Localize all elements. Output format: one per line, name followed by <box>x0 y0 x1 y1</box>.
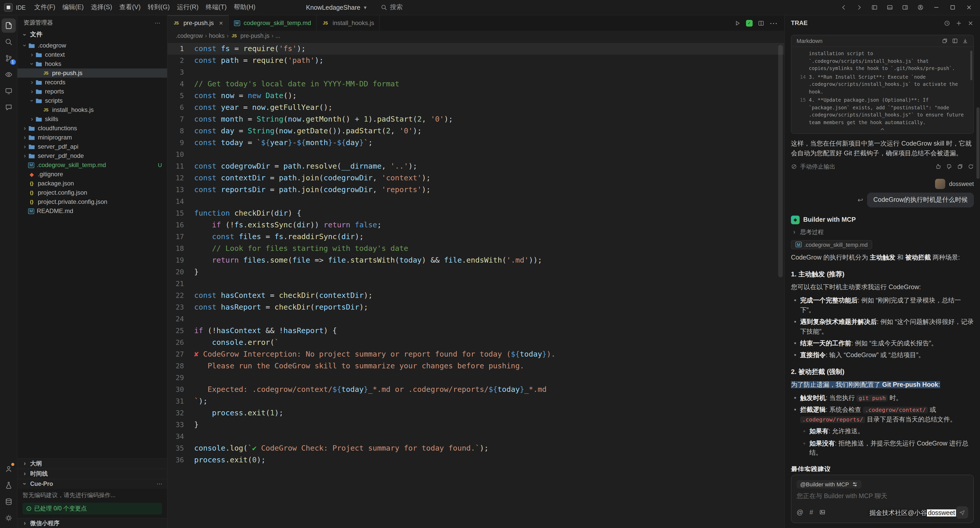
close-panel-icon[interactable] <box>967 20 974 26</box>
workspace-root[interactable]: › 文件 <box>18 29 167 41</box>
code-line[interactable]: 13const reportsDir = path.join(codegrowD… <box>168 184 784 196</box>
code-line[interactable]: 15function checkDir(dir) { <box>168 207 784 219</box>
send-button[interactable] <box>956 506 968 518</box>
ai-comment-icon[interactable]: ✓ <box>746 20 752 26</box>
toggle-left-sidebar-icon[interactable] <box>868 2 881 13</box>
code-line[interactable]: 3 <box>168 67 784 78</box>
code-line[interactable]: 25if (!hasContext && !hasReport) { <box>168 325 784 337</box>
code-line[interactable]: 6const year = now.getFullYear(); <box>168 102 784 113</box>
code-line[interactable]: 30 Expected: .codegrow/context/${today}_… <box>168 384 784 395</box>
thinking-process-toggle[interactable]: › 思考过程 <box>791 228 974 236</box>
more-actions-icon[interactable]: ⋯ <box>770 18 778 28</box>
explorer-icon[interactable] <box>1 18 16 33</box>
timeline-section[interactable]: › 时间线 <box>18 468 167 479</box>
menu-item-0[interactable]: 文件(F) <box>31 2 59 13</box>
menu-item-6[interactable]: 终端(T) <box>202 2 230 13</box>
tab-codegrow_skill_temp.md[interactable]: Mcodegrow_skill_temp.md <box>229 15 317 31</box>
app-logo-icon[interactable] <box>4 3 13 12</box>
code-line[interactable]: 23const hasReport = checkDir(reportsDir)… <box>168 301 784 313</box>
code-line[interactable]: 5const now = new Date(); <box>168 90 784 102</box>
tree-item-reports[interactable]: ›reports <box>18 87 167 96</box>
split-editor-icon[interactable] <box>758 20 764 26</box>
code-line[interactable]: 34 <box>168 431 784 442</box>
global-search[interactable]: 搜索 <box>381 3 402 12</box>
code-line[interactable]: 14 <box>168 196 784 207</box>
breadcrumb-item[interactable]: JSpre-push.js <box>231 32 269 39</box>
code-line[interactable]: 11const codegrowDir = path.resolve(__dir… <box>168 161 784 172</box>
code-line[interactable]: 31`); <box>168 395 784 407</box>
chat-input[interactable] <box>797 492 968 499</box>
more-actions-icon[interactable]: ⋯ <box>154 19 161 26</box>
quote-reply-icon[interactable]: ↩ <box>858 196 863 204</box>
tree-item-pre-push.js[interactable]: ›JSpre-push.js <box>18 68 167 78</box>
chat-icon[interactable] <box>1 100 16 115</box>
chat-input-area[interactable]: @Builder with MCP @ # 掘金技术社区@小谷dossweet <box>791 474 974 523</box>
code-line[interactable]: 33} <box>168 419 784 431</box>
account-icon[interactable] <box>1 461 16 476</box>
tree-item-project.private.config.json[interactable]: ›{}project.private.config.json <box>18 197 167 207</box>
tree-item-.gitignore[interactable]: ›◆.gitignore <box>18 170 167 179</box>
card-scrollbar[interactable] <box>970 51 972 80</box>
history-icon[interactable] <box>944 20 950 26</box>
menu-item-2[interactable]: 选择(S) <box>88 2 116 13</box>
source-control-icon[interactable]: 1 <box>1 51 16 65</box>
code-line[interactable]: 12const contextDir = path.join(codegrowD… <box>168 172 784 184</box>
code-line[interactable]: 20} <box>168 266 784 278</box>
image-icon[interactable] <box>819 509 826 515</box>
code-line[interactable]: 28 Please run the CodeGrow skill to summ… <box>168 360 784 372</box>
tree-item-README.md[interactable]: ›MREADME.md <box>18 207 167 216</box>
code-line[interactable]: 8const day = String(now.getDate()).padSt… <box>168 125 784 137</box>
more-actions-icon[interactable]: ⋯ <box>157 480 163 487</box>
preview-eye-icon[interactable] <box>1 67 16 82</box>
thumbs-down-icon[interactable] <box>946 164 952 170</box>
code-line[interactable]: 24 <box>168 313 784 325</box>
search-sidebar-icon[interactable] <box>1 35 16 49</box>
tree-item-.codegrow[interactable]: ›.codegrow <box>18 41 167 50</box>
tree-item-skills[interactable]: ›skills <box>18 115 167 124</box>
tree-item-miniprogram[interactable]: ›miniprogram <box>18 133 167 142</box>
code-line[interactable]: 21 <box>168 278 784 289</box>
menu-item-3[interactable]: 查看(V) <box>116 2 144 13</box>
lab-flask-icon[interactable] <box>1 478 16 492</box>
code-line[interactable]: 22const hasContext = checkDir(contextDir… <box>168 289 784 301</box>
breadcrumb-item[interactable]: ... <box>275 33 280 39</box>
run-icon[interactable] <box>734 20 741 26</box>
remote-monitor-icon[interactable] <box>1 84 16 98</box>
code-line[interactable]: 9const today = `${year}-${month}-${day}`… <box>168 137 784 149</box>
breadcrumb-item[interactable]: hooks <box>209 33 224 39</box>
code-line[interactable]: 36process.exit(0); <box>168 454 784 466</box>
tree-item-scripts[interactable]: ›scripts <box>18 96 167 105</box>
code-line[interactable]: 32 process.exit(1); <box>168 407 784 419</box>
wechat-miniprogram-section[interactable]: › 微信小程序 <box>18 518 167 528</box>
tree-item-install_hooks.js[interactable]: ›JSinstall_hooks.js <box>18 105 167 115</box>
regenerate-icon[interactable] <box>968 164 974 170</box>
nav-forward-button[interactable] <box>852 2 865 13</box>
code-line[interactable]: 26 console.error(` <box>168 337 784 348</box>
code-line[interactable]: 4// Get today's local date in YYYY-MM-DD… <box>168 78 784 90</box>
code-line[interactable]: 16 if (!fs.existsSync(dir)) return false… <box>168 219 784 231</box>
toggle-bottom-panel-icon[interactable] <box>883 2 896 13</box>
tree-item-cloudfunctions[interactable]: ›cloudfunctions <box>18 124 167 133</box>
code-line[interactable]: 27✘ CodeGrow Interception: No project su… <box>168 348 784 360</box>
copy-icon[interactable] <box>957 164 963 170</box>
new-chat-icon[interactable] <box>956 20 962 26</box>
hash-icon[interactable]: # <box>809 508 813 516</box>
database-icon[interactable] <box>1 494 16 509</box>
tree-item-server_pdf_api[interactable]: ›server_pdf_api <box>18 142 167 151</box>
preview-icon[interactable] <box>952 38 958 44</box>
account-circle-icon[interactable] <box>913 2 927 13</box>
insert-icon[interactable] <box>962 38 968 44</box>
breadcrumb-item[interactable]: .codegrow <box>176 33 203 39</box>
menu-item-7[interactable]: 帮助(H) <box>230 2 259 13</box>
menu-item-1[interactable]: 编辑(E) <box>59 2 87 13</box>
tree-item-package.json[interactable]: ›{}package.json <box>18 179 167 188</box>
nav-back-button[interactable] <box>837 2 850 13</box>
tree-item-records[interactable]: ›records <box>18 78 167 87</box>
code-line[interactable]: 1const fs = require('fs'); <box>168 43 784 55</box>
editor-scrollbar[interactable] <box>778 45 783 277</box>
settings-gear-icon[interactable] <box>1 511 16 525</box>
thumbs-up-icon[interactable] <box>935 164 942 170</box>
tree-item-server_pdf_node[interactable]: ›server_pdf_node <box>18 151 167 161</box>
tab-install_hooks.js[interactable]: JSinstall_hooks.js <box>317 15 380 31</box>
tab-pre-push.js[interactable]: JSpre-push.js✕ <box>168 15 229 31</box>
